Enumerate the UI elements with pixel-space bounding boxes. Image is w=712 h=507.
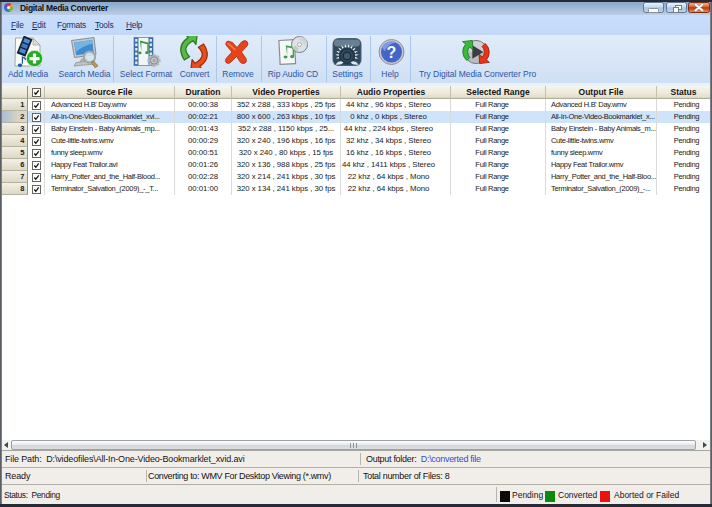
svg-text:?: ? — [387, 44, 397, 61]
